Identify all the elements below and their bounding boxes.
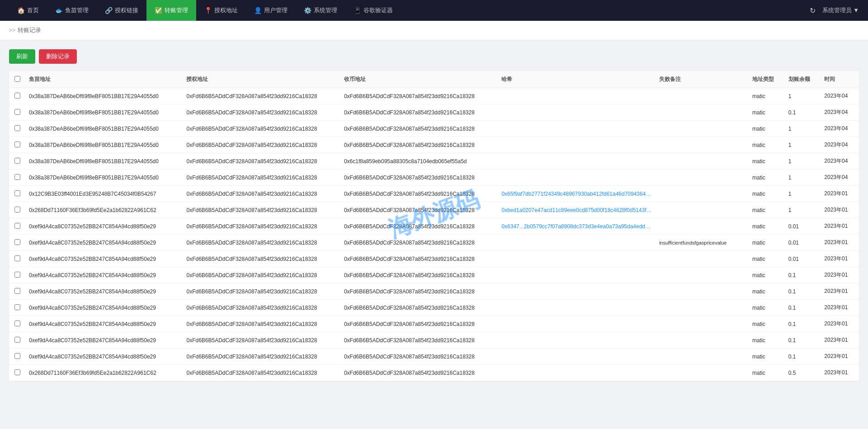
delete-button[interactable]: 删除记录 <box>39 49 77 64</box>
row-checkbox-cell <box>9 332 25 349</box>
table-row: 0x268Dd71160F36Ef3b69fd5Ee2a1b62822A961C… <box>9 365 859 381</box>
th-fish-addr: 鱼苗地址 <box>25 71 183 88</box>
nav-auth-addr[interactable]: 📍 授权地址 <box>196 0 246 21</box>
row-checkbox[interactable] <box>14 304 20 310</box>
nav-auth-link[interactable]: 🔗 授权链接 <box>97 0 146 21</box>
nav-sys-mgmt[interactable]: ⚙️ 系统管理 <box>296 0 345 21</box>
table-row: 0xef9dA4ca8C07352e52BB247C854A94cd88f50e… <box>9 332 859 349</box>
select-all-checkbox[interactable] <box>14 76 20 82</box>
nav-home[interactable]: 🏠 首页 <box>9 0 47 21</box>
recv-addr-cell: 0xFd6B6B5ADdCdF328A087a854f23dd9216Ca183… <box>340 137 498 153</box>
addr-type-cell: matic <box>749 170 785 186</box>
row-checkbox[interactable] <box>14 141 20 147</box>
fail-note-cell <box>656 283 749 300</box>
row-checkbox[interactable] <box>14 158 20 164</box>
hash-cell[interactable]: 0xbed1a0207e47acd11c89eee0cd875d00f18c46… <box>498 202 655 218</box>
row-checkbox[interactable] <box>14 174 20 180</box>
nav-google-auth[interactable]: 📱 谷歌验证器 <box>345 0 401 21</box>
auth-addr-cell: 0xFd6B6B5ADdCdF328A087a854f23dd9216Ca183… <box>183 300 340 316</box>
row-checkbox-cell <box>9 202 25 218</box>
fail-note-cell <box>656 137 749 153</box>
time-cell: 2023年01 <box>821 316 859 332</box>
addr-type-cell: matic <box>749 349 785 365</box>
fail-note-cell <box>656 104 749 121</box>
fail-note-cell: insufficientfundsfgaspricevalue <box>656 235 749 251</box>
amount-cell: 1 <box>785 186 821 202</box>
row-checkbox-cell <box>9 104 25 121</box>
fish-addr-cell: 0xef9dA4ca8C07352e52BB247C854A94cd88f50e… <box>25 267 183 283</box>
auth-addr-cell: 0xFd6B6B5ADdCdF328A087a854f23dd9216Ca183… <box>183 365 340 381</box>
fail-note-cell <box>656 251 749 267</box>
recv-addr-cell: 0xFd6B6B5ADdCdF328A087a854f23dd9216Ca183… <box>340 121 498 137</box>
admin-user[interactable]: 系统管理员 ▼ <box>822 6 859 14</box>
table-row: 0xef9dA4ca8C07352e52BB247C854A94cd88f50e… <box>9 316 859 332</box>
breadcrumb-arrow: >> <box>9 27 15 33</box>
table-row: 0x38a387DeAB6beDf69f8eBF8051BB17E29A4055… <box>9 121 859 137</box>
table-row: 0x38a387DeAB6beDf69f8eBF8051BB17E29A4055… <box>9 137 859 153</box>
hash-cell[interactable]: 0x6347...2b0579cc7f07a8908dc373d3e4ea0a7… <box>498 218 655 235</box>
row-checkbox-cell <box>9 267 25 283</box>
table-row: 0xef9dA4ca8C07352e52BB247C854A94cd88f50e… <box>9 300 859 316</box>
fail-note-cell <box>656 218 749 235</box>
addr-type-cell: matic <box>749 186 785 202</box>
row-checkbox[interactable] <box>14 255 20 261</box>
row-checkbox[interactable] <box>14 207 20 212</box>
row-checkbox[interactable] <box>14 109 20 115</box>
nav-fish[interactable]: 🐟 鱼苗管理 <box>47 0 97 21</box>
table-row: 0xef9dA4ca8C07352e52BB247C854A94cd88f50e… <box>9 251 859 267</box>
row-checkbox[interactable] <box>14 93 20 99</box>
hash-cell[interactable]: 0x65f9af7db2771f24349c48967930ab412fd61a… <box>498 186 655 202</box>
addr-type-cell: matic <box>749 153 785 170</box>
hash-cell <box>498 137 655 153</box>
nav-auth-link-label: 授权链接 <box>115 6 138 14</box>
hash-cell <box>498 316 655 332</box>
time-cell: 2023年04 <box>821 153 859 170</box>
row-checkbox[interactable] <box>14 125 20 131</box>
table-row: 0xef9dA4ca8C07352e52BB247C854A94cd88f50e… <box>9 283 859 300</box>
time-cell: 2023年01 <box>821 365 859 381</box>
auth-addr-cell: 0xFd6B6B5ADdCdF328A087a854f23dd9216Ca183… <box>183 349 340 365</box>
nav-transfer[interactable]: ✅ 转账管理 <box>146 0 196 21</box>
nav-user-mgmt[interactable]: 👤 用户管理 <box>246 0 296 21</box>
main-content: 刷新 删除记录 鱼苗地址 授权地址 收币地址 哈希 失败备注 地址类型 划账余额… <box>0 40 868 390</box>
addr-type-cell: matic <box>749 88 785 104</box>
row-checkbox-cell <box>9 365 25 381</box>
mobile-icon: 📱 <box>354 7 361 14</box>
hash-cell <box>498 349 655 365</box>
addr-type-cell: matic <box>749 300 785 316</box>
row-checkbox[interactable] <box>14 288 20 294</box>
fail-note-cell <box>656 365 749 381</box>
fish-addr-cell: 0xef9dA4ca8C07352e52BB247C854A94cd88f50e… <box>25 235 183 251</box>
row-checkbox[interactable] <box>14 190 20 196</box>
recv-addr-cell: 0xFd6B6B5ADdCdF328A087a854f23dd9216Ca183… <box>340 332 498 349</box>
th-checkbox <box>9 71 25 88</box>
auth-addr-cell: 0xFd6B6B5ADdCdF328A087a854f23dd9216Ca183… <box>183 235 340 251</box>
time-cell: 2023年01 <box>821 267 859 283</box>
hash-cell <box>498 332 655 349</box>
row-checkbox[interactable] <box>14 369 20 375</box>
time-cell: 2023年01 <box>821 251 859 267</box>
hash-cell <box>498 121 655 137</box>
refresh-icon[interactable]: ↻ <box>810 6 816 15</box>
time-cell: 2023年01 <box>821 202 859 218</box>
amount-cell: 0.1 <box>785 332 821 349</box>
recv-addr-cell: 0xFd6B6B5ADdCdF328A087a854f23dd9216Ca183… <box>340 218 498 235</box>
recv-addr-cell: 0xFd6B6B5ADdCdF328A087a854f23dd9216Ca183… <box>340 283 498 300</box>
amount-cell: 1 <box>785 153 821 170</box>
toolbar: 刷新 删除记录 <box>9 49 859 64</box>
row-checkbox[interactable] <box>14 321 20 326</box>
recv-addr-cell: 0xFd6B6B5ADdCdF328A087a854f23dd9216Ca183… <box>340 202 498 218</box>
fish-addr-cell: 0xef9dA4ca8C07352e52BB247C854A94cd88f50e… <box>25 300 183 316</box>
row-checkbox[interactable] <box>14 223 20 229</box>
row-checkbox[interactable] <box>14 353 20 359</box>
th-recv-addr: 收币地址 <box>340 71 498 88</box>
row-checkbox[interactable] <box>14 239 20 245</box>
row-checkbox[interactable] <box>14 272 20 278</box>
row-checkbox[interactable] <box>14 337 20 343</box>
refresh-button[interactable]: 刷新 <box>9 49 35 64</box>
fail-note-cell <box>656 202 749 218</box>
addr-type-cell: matic <box>749 104 785 121</box>
recv-addr-cell: 0x6c1f8a859eb095a88305c8a7104edb065ef55a… <box>340 153 498 170</box>
time-cell: 2023年04 <box>821 137 859 153</box>
fish-addr-cell: 0x268Dd71160F36Ef3b69fd5Ee2a1b62822A961C… <box>25 365 183 381</box>
